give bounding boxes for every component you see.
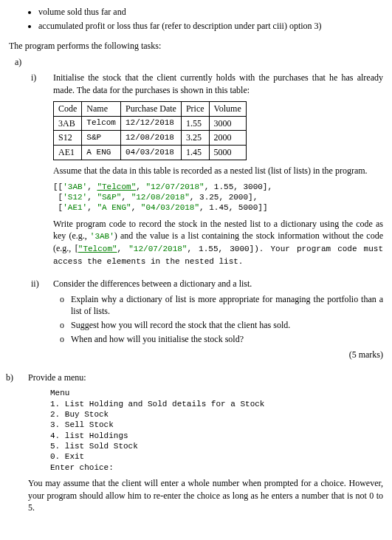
table-row: AE1 A ENG 04/03/2018 1.45 5000 bbox=[54, 146, 247, 160]
cell: 1.55 bbox=[181, 116, 209, 131]
intro-bullets: volume sold thus far and accumulated pro… bbox=[9, 6, 383, 33]
part-a-label: a) bbox=[15, 56, 383, 69]
col-date: Purchase Date bbox=[120, 101, 181, 116]
a-ii-sub3: When and how will you initialise the sto… bbox=[71, 333, 383, 346]
intro-text: The program performs the following tasks… bbox=[9, 40, 383, 52]
a-ii-sub2: Suggest how you will record the stock th… bbox=[71, 319, 383, 332]
cell: S12 bbox=[54, 131, 82, 146]
cell: 1.45 bbox=[181, 146, 209, 160]
table-header-row: Code Name Purchase Date Price Volume bbox=[54, 101, 247, 116]
cell: AE1 bbox=[54, 146, 82, 160]
cell: 3AB bbox=[54, 116, 82, 131]
cell: 2000 bbox=[209, 131, 246, 146]
nested-list-code: [['3AB', "Telcom", "12/07/2018", 1.55, 3… bbox=[53, 182, 383, 213]
table-row: 3AB Telcom 12/12/2018 1.55 3000 bbox=[54, 116, 247, 131]
cell: 04/03/2018 bbox=[120, 146, 181, 160]
a-ii-marks: (5 marks) bbox=[53, 349, 383, 361]
col-code: Code bbox=[54, 101, 82, 116]
b-note: You may assume that the client will ente… bbox=[28, 477, 383, 514]
a-i-assume: Assume that the data in this table is re… bbox=[53, 165, 383, 177]
cell: 3.25 bbox=[181, 131, 209, 146]
bullet-1: volume sold thus far and bbox=[38, 6, 383, 18]
part-a-i-label: i) bbox=[31, 72, 53, 84]
cell: 12/12/2018 bbox=[120, 116, 181, 131]
circle-bullet: o bbox=[53, 333, 71, 346]
bullet-2: accumulated profit or loss thus far (ref… bbox=[38, 20, 383, 33]
a-i-intro: Initialise the stock that the client cur… bbox=[53, 72, 383, 97]
menu-block: Menu 1. List Holding and Sold details fo… bbox=[50, 388, 383, 472]
cell: 3000 bbox=[209, 116, 246, 131]
col-volume: Volume bbox=[209, 101, 246, 116]
cell: S&P bbox=[82, 131, 121, 146]
circle-bullet: o bbox=[53, 319, 71, 332]
purchases-table: Code Name Purchase Date Price Volume 3AB… bbox=[53, 101, 247, 160]
part-a-ii-label: ii) bbox=[31, 278, 53, 290]
b-intro: Provide a menu: bbox=[28, 372, 383, 384]
part-b-label: b) bbox=[6, 372, 28, 384]
col-price: Price bbox=[181, 101, 209, 116]
circle-bullet: o bbox=[53, 293, 71, 306]
a-ii-sub1: Explain why a dictionary of list is more… bbox=[71, 293, 383, 318]
cell: 12/08/2018 bbox=[120, 131, 181, 146]
table-row: S12 S&P 12/08/2018 3.25 2000 bbox=[54, 131, 247, 146]
col-name: Name bbox=[82, 101, 121, 116]
a-ii-intro: Consider the differences between a dicti… bbox=[53, 278, 383, 290]
cell: A ENG bbox=[82, 146, 121, 160]
cell: Telcom bbox=[82, 116, 121, 131]
cell: 5000 bbox=[209, 146, 246, 160]
a-i-task: Write program code to record the stock i… bbox=[53, 218, 383, 267]
